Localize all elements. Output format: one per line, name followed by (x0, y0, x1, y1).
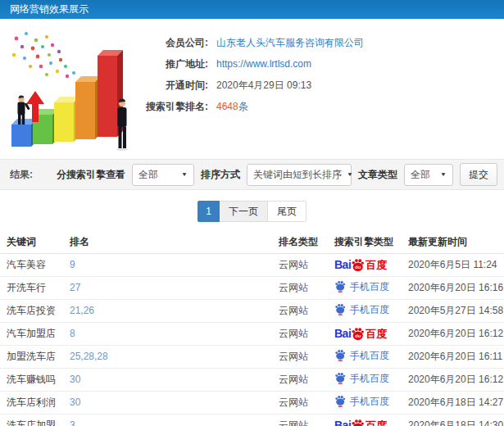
open-time-value: 2020年4月29日 09:13 (216, 79, 311, 93)
table-row: 洗车店加盟 3 云网站 Bai du 百度 手机百度 2020年6月18日 14… (0, 414, 504, 426)
rank-cell: 9 (70, 253, 279, 276)
mobile-baidu-paw-icon (334, 349, 346, 361)
page-1-current[interactable]: 1 (198, 201, 220, 222)
keyword-ranking-table: 关键词 排名 排名类型 搜索引擎类型 最新更新时间 汽车美容 9 云网站 Bai… (0, 231, 504, 426)
baidu-paw-icon: du (351, 419, 365, 426)
table-row: 洗车店利润 30 云网站 Bai du 百度 手机百度 2020年6月18日 1… (0, 391, 504, 414)
header-rank: 排名 (70, 231, 279, 253)
baidu-pc-logo: Bai du 百度 (334, 258, 387, 272)
company-row: 会员公司: 山东老人头汽车服务咨询有限公司 (133, 32, 504, 53)
account-info-section: 会员公司: 山东老人头汽车服务咨询有限公司 推广地址: https://www.… (0, 19, 504, 159)
engine-rank-count: 4648 (216, 101, 238, 112)
header-updated: 最新更新时间 (408, 231, 504, 253)
baidu-paw-icon: du (351, 258, 365, 272)
table-row: 开洗车行 27 云网站 Bai du 百度 手机百度 2020年6月20日 16… (0, 276, 504, 299)
growth-chart-illustration (2, 24, 149, 156)
article-type-filter-label: 文章类型 (358, 168, 397, 182)
promotion-url-link[interactable]: https://www.lrtlsd.com (216, 58, 311, 70)
rank-cell: 3 (70, 414, 279, 426)
rank-type-cell: 云网站 (279, 414, 334, 426)
result-filter-bar: 结果: 分搜索引擎查看 全部 ▼ 排序方式 关键词由短到长排序 ▼ 文章类型 全… (0, 159, 504, 190)
rank-cell: 27 (70, 276, 279, 299)
updated-cell: 2020年6月20日 16:12 (408, 368, 504, 391)
chevron-down-icon: ▼ (181, 171, 188, 177)
chevron-down-icon: ▼ (347, 171, 353, 177)
engine-cell: Bai du 百度 手机百度 (334, 322, 408, 345)
page-title: 网络营销效果展示 (10, 3, 89, 15)
keyword-cell: 开洗车行 (0, 276, 70, 299)
engine-filter-label: 分搜索引擎查看 (57, 168, 125, 182)
rank-type-cell: 云网站 (279, 391, 334, 414)
baidu-pc-logo: Bai du 百度 (334, 419, 387, 426)
rank-type-cell: 云网站 (279, 345, 334, 368)
table-row: 洗车店投资 21,26 云网站 Bai du 百度 手机百度 2020年5月27… (0, 299, 504, 322)
updated-cell: 2020年6月20日 16:12 (408, 322, 504, 345)
baidu-paw-icon: du (351, 327, 365, 341)
sort-filter-label: 排序方式 (201, 168, 240, 182)
keyword-cell: 洗车店利润 (0, 391, 70, 414)
company-link[interactable]: 山东老人头汽车服务咨询有限公司 (216, 36, 364, 50)
table-row: 汽车加盟店 8 云网站 Bai du 百度 手机百度 2020年6月20日 16… (0, 322, 504, 345)
pagination: 1 下一页 尾页 (0, 201, 504, 222)
engine-filter-select[interactable]: 全部 ▼ (132, 164, 194, 186)
last-page-button[interactable]: 尾页 (268, 201, 306, 222)
header-engine-type: 搜索引擎类型 (334, 231, 408, 253)
bar-chart-illustration-svg (2, 24, 149, 156)
mobile-baidu-logo: 手机百度 (334, 280, 389, 292)
table-row: 加盟洗车店 25,28,28 云网站 Bai du 百度 手机百度 2020年6… (0, 345, 504, 368)
mobile-baidu-paw-icon (334, 303, 346, 315)
rank-type-cell: 云网站 (279, 253, 334, 276)
updated-cell: 2020年5月27日 14:58 (408, 299, 504, 322)
engine-filter-selected-value: 全部 (138, 168, 158, 182)
mobile-baidu-logo: 手机百度 (334, 349, 389, 361)
svg-text:du: du (355, 333, 361, 338)
bar-orange (75, 76, 101, 139)
rank-type-cell: 云网站 (279, 322, 334, 345)
submit-button[interactable]: 提交 (460, 163, 497, 186)
engine-rank-row: 搜索引擎排名: 4648条 (133, 96, 504, 117)
svg-text:du: du (355, 264, 361, 269)
updated-cell: 2020年6月18日 14:27 (408, 391, 504, 414)
mobile-baidu-paw-icon (334, 372, 346, 384)
mobile-baidu-paw-icon (334, 395, 346, 407)
table-header-row: 关键词 排名 排名类型 搜索引擎类型 最新更新时间 (0, 231, 504, 253)
rank-type-cell: 云网站 (279, 368, 334, 391)
baidu-pc-logo: Bai du 百度 (334, 327, 387, 341)
account-info-list: 会员公司: 山东老人头汽车服务咨询有限公司 推广地址: https://www.… (133, 19, 504, 117)
rank-type-cell: 云网站 (279, 276, 334, 299)
article-type-selected-value: 全部 (411, 168, 430, 182)
engine-cell: Bai du 百度 手机百度 (334, 345, 408, 368)
header-rank-type: 排名类型 (279, 231, 334, 253)
open-time-row: 开通时间: 2020年4月29日 09:13 (133, 75, 504, 96)
keyword-cell: 洗车赚钱吗 (0, 368, 70, 391)
filter-controls: 分搜索引擎查看 全部 ▼ 排序方式 关键词由短到长排序 ▼ 文章类型 全部 ▼ … (57, 163, 497, 186)
engine-cell: Bai du 百度 手机百度 (334, 276, 408, 299)
engine-cell: Bai du 百度 手机百度 (334, 391, 408, 414)
rank-cell: 8 (70, 322, 279, 345)
sort-filter-select[interactable]: 关键词由短到长排序 ▼ (247, 164, 352, 186)
article-type-filter-select[interactable]: 全部 ▼ (404, 164, 453, 186)
rank-type-cell: 云网站 (279, 299, 334, 322)
mobile-baidu-paw-icon (334, 280, 346, 292)
updated-cell: 2020年6月18日 14:30 (408, 414, 504, 426)
engine-cell: Bai du 百度 手机百度 (334, 414, 408, 426)
rank-cell: 30 (70, 391, 279, 414)
confetti-dots (12, 32, 75, 78)
promotion-url-row: 推广地址: https://www.lrtlsd.com (133, 53, 504, 75)
next-page-button[interactable]: 下一页 (220, 201, 268, 222)
engine-rank-unit: 条 (238, 101, 248, 112)
keyword-cell: 加盟洗车店 (0, 345, 70, 368)
mobile-baidu-logo: 手机百度 (334, 395, 389, 407)
chevron-down-icon: ▼ (440, 171, 447, 177)
mobile-baidu-logo: 手机百度 (334, 303, 389, 315)
rank-cell: 30 (70, 368, 279, 391)
mobile-baidu-logo: 手机百度 (334, 372, 389, 384)
keyword-cell: 洗车店投资 (0, 299, 70, 322)
result-label: 结果: (10, 168, 33, 182)
page-title-bar: 网络营销效果展示 (0, 0, 504, 19)
engine-rank-value: 4648条 (216, 100, 248, 114)
engine-cell: Bai du 百度 手机百度 (334, 299, 408, 322)
keyword-cell: 汽车加盟店 (0, 322, 70, 345)
keyword-cell: 汽车美容 (0, 253, 70, 276)
engine-cell: Bai du 百度 手机百度 (334, 368, 408, 391)
